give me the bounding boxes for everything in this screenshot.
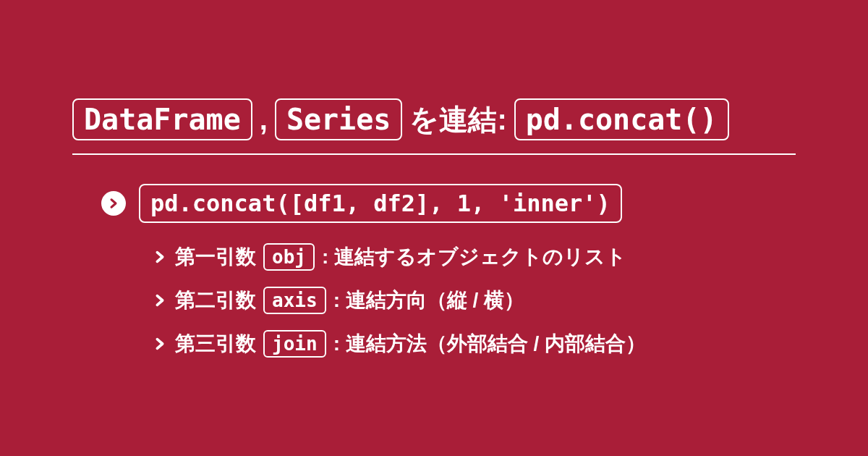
param-row: 第二引数 axis : 連結方向（縦 / 横） [152,287,796,314]
param-row: 第三引数 join : 連結方法（外部結合 / 内部結合） [152,330,796,358]
chevron-right-icon [152,336,168,352]
param-label: 第一引数 [175,243,256,271]
param-label: 第三引数 [175,330,256,358]
param-code: axis [263,287,326,314]
param-code: obj [263,243,315,271]
title-code-series: Series [275,98,403,140]
param-list: 第一引数 obj : 連結するオブジェクトのリスト 第二引数 axis : 連結… [72,243,796,358]
title-code-concat: pd.concat() [514,98,729,140]
main-code-row: pd.concat([df1, df2], 1, 'inner') [72,184,796,223]
title-comma: , [260,104,268,136]
title-text: を連結: [409,100,506,140]
param-desc: : 連結方向（縦 / 横） [333,287,524,314]
param-desc: : 連結するオブジェクトのリスト [322,243,626,271]
title-row: DataFrame , Series を連結: pd.concat() [72,98,796,155]
chevron-right-icon [152,249,168,265]
chevron-circle-icon [101,191,126,216]
param-row: 第一引数 obj : 連結するオブジェクトのリスト [152,243,796,271]
param-code: join [263,330,326,358]
chevron-right-icon [152,292,168,308]
param-label: 第二引数 [175,287,256,314]
title-code-dataframe: DataFrame [72,98,252,140]
main-code: pd.concat([df1, df2], 1, 'inner') [139,184,622,223]
param-desc: : 連結方法（外部結合 / 内部結合） [333,330,646,358]
